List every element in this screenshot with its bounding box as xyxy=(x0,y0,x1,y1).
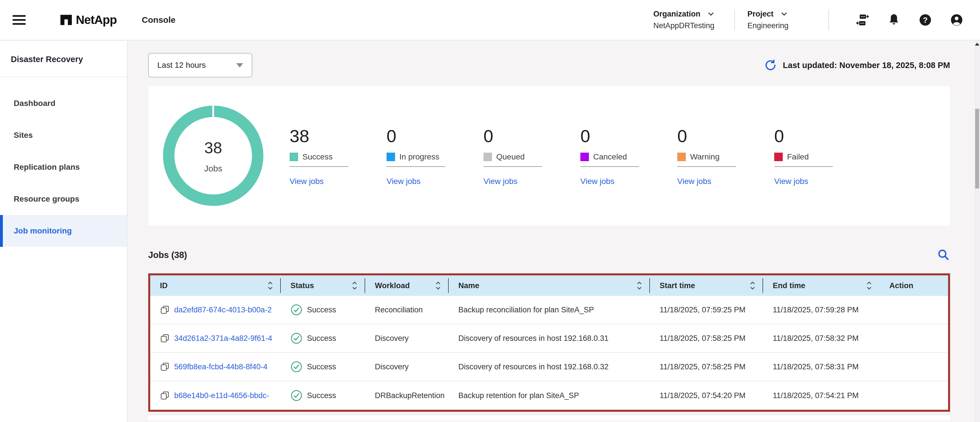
account-icon[interactable] xyxy=(950,13,964,27)
job-id-link[interactable]: b68e14b0-e11d-4656-bbdc- xyxy=(174,391,269,400)
counter-count: 38 xyxy=(290,126,361,146)
copy-icon[interactable] xyxy=(160,333,170,343)
sort-icon[interactable] xyxy=(866,281,872,291)
sidebar-item-sites[interactable]: Sites xyxy=(0,119,127,151)
refresh-icon[interactable] xyxy=(764,59,777,72)
counter-underline xyxy=(774,166,833,167)
project-selector[interactable]: Project Engineering xyxy=(748,10,816,30)
header-divider xyxy=(828,10,829,30)
column-header-workload[interactable]: Workload xyxy=(365,275,449,296)
counter-count: 0 xyxy=(581,126,652,146)
table-row-cell-name: Discovery of resources in host 192.168.0… xyxy=(449,324,650,353)
scrollbar-thumb[interactable] xyxy=(975,109,979,189)
job-id-link[interactable]: da2efd87-674c-4013-b00a-2 xyxy=(174,306,272,314)
search-button[interactable] xyxy=(936,248,950,263)
jobs-section-title: Jobs (38) xyxy=(148,250,187,260)
success-check-icon xyxy=(291,332,302,344)
search-icon xyxy=(936,248,950,262)
table-row-cell-workload: Discovery xyxy=(365,324,449,353)
copy-icon[interactable] xyxy=(160,362,170,371)
sort-icon[interactable] xyxy=(352,281,358,291)
table-row-cell-end-time: 11/18/2025, 07:59:28 PM xyxy=(763,296,880,324)
sort-icon[interactable] xyxy=(267,281,274,291)
view-jobs-link[interactable]: View jobs xyxy=(677,177,711,186)
legend-label: Queued xyxy=(496,152,525,162)
sidebar-item-job-monitoring[interactable]: Job monitoring xyxy=(0,215,127,247)
sidebar-item-label: Resource groups xyxy=(14,195,79,204)
jobs-summary-card: 38 Jobs 38 Success View jobs 0 xyxy=(148,86,950,225)
app-header: NetApp Console Organization NetAppDRTest… xyxy=(0,0,980,40)
table-row-cell-workload: DRBackupRetention xyxy=(365,381,449,410)
sidebar-item-label: Sites xyxy=(14,131,33,140)
column-label: Name xyxy=(458,281,479,290)
counter-underline xyxy=(387,166,445,167)
table-row-cell-workload: Discovery xyxy=(365,353,449,381)
counter-underline xyxy=(484,166,542,167)
table-row-cell-status: Success xyxy=(281,353,365,381)
table-row-cell-start-time: 11/18/2025, 07:54:20 PM xyxy=(650,381,763,410)
hamburger-menu-icon[interactable] xyxy=(13,13,25,27)
app-title: Console xyxy=(142,15,175,25)
time-range-select[interactable]: Last 12 hours xyxy=(148,53,252,78)
brand-name: NetApp xyxy=(76,13,116,27)
view-jobs-link[interactable]: View jobs xyxy=(581,177,614,186)
sort-icon[interactable] xyxy=(435,281,441,291)
table-row-cell-name: Backup retention for plan SiteA_SP xyxy=(449,381,650,410)
view-jobs-link[interactable]: View jobs xyxy=(387,177,420,186)
sidebar-item-resource-groups[interactable]: Resource groups xyxy=(0,183,127,215)
header-right-cluster: Organization NetAppDRTesting Project Eng… xyxy=(653,10,964,30)
column-label: Action xyxy=(889,281,913,290)
organization-value: NetAppDRTesting xyxy=(653,21,722,30)
sidebar: Disaster Recovery Dashboard Sites Replic… xyxy=(0,41,127,422)
netapp-logo: NetApp xyxy=(59,13,116,27)
sort-icon[interactable] xyxy=(749,281,756,291)
legend-swatch xyxy=(387,152,395,161)
vertical-scrollbar[interactable] xyxy=(974,41,980,422)
status-text: Success xyxy=(307,362,336,371)
legend-swatch xyxy=(774,152,783,161)
table-row-cell-id: b68e14b0-e11d-4656-bbdc- xyxy=(150,381,281,410)
success-check-icon xyxy=(291,361,302,373)
view-jobs-link[interactable]: View jobs xyxy=(774,177,808,186)
table-row-cell-start-time: 11/18/2025, 07:59:25 PM xyxy=(650,296,763,324)
legend-label: Canceled xyxy=(593,152,627,162)
sidebar-item-replication-plans[interactable]: Replication plans xyxy=(0,151,127,183)
legend-swatch xyxy=(677,152,686,161)
column-header-name[interactable]: Name xyxy=(449,275,650,296)
notifications-bell-icon[interactable] xyxy=(887,13,901,27)
table-row-cell-status: Success xyxy=(281,381,365,410)
organization-selector[interactable]: Organization NetAppDRTesting xyxy=(653,10,722,30)
copy-icon[interactable] xyxy=(160,305,170,315)
table-row-cell-name: Discovery of resources in host 192.168.0… xyxy=(449,353,650,381)
table-row-cell-status: Success xyxy=(281,324,365,353)
column-label: Start time xyxy=(660,281,695,290)
column-header-start-time[interactable]: Start time xyxy=(650,275,763,296)
status-text: Success xyxy=(307,334,336,343)
table-row-cell-end-time: 11/18/2025, 07:58:32 PM xyxy=(763,324,880,353)
main-content: Last 12 hours Last updated: November 18,… xyxy=(128,41,974,422)
view-jobs-link[interactable]: View jobs xyxy=(484,177,517,186)
transfer-icon[interactable] xyxy=(856,13,869,27)
scrollbar-up-arrow-icon[interactable] xyxy=(975,43,980,46)
sidebar-item-dashboard[interactable]: Dashboard xyxy=(0,87,127,119)
column-header-end-time[interactable]: End time xyxy=(763,275,880,296)
status-text: Success xyxy=(307,391,336,400)
table-row-cell-id: 34d261a2-371a-4a82-9f61-4 xyxy=(150,324,281,353)
column-header-status[interactable]: Status xyxy=(281,275,365,296)
copy-icon[interactable] xyxy=(160,391,170,400)
help-icon[interactable]: ? xyxy=(918,13,932,27)
legend-swatch xyxy=(581,152,589,161)
table-row-cell-start-time: 11/18/2025, 07:58:25 PM xyxy=(650,353,763,381)
view-jobs-link[interactable]: View jobs xyxy=(290,177,323,186)
column-header-id[interactable]: ID xyxy=(150,275,281,296)
counter-in-progress: 0 In progress View jobs xyxy=(387,126,458,186)
sort-icon[interactable] xyxy=(636,281,643,291)
table-row-cell-action xyxy=(880,296,948,324)
job-id-link[interactable]: 569fb8ea-fcbd-44b8-8f40-4 xyxy=(174,362,267,371)
table-row-partial xyxy=(148,415,950,420)
job-id-link[interactable]: 34d261a2-371a-4a82-9f61-4 xyxy=(174,334,272,343)
counter-warning: 0 Warning View jobs xyxy=(677,126,749,186)
column-label: Status xyxy=(291,281,314,290)
project-label: Project xyxy=(748,10,774,19)
column-label: End time xyxy=(773,281,805,290)
